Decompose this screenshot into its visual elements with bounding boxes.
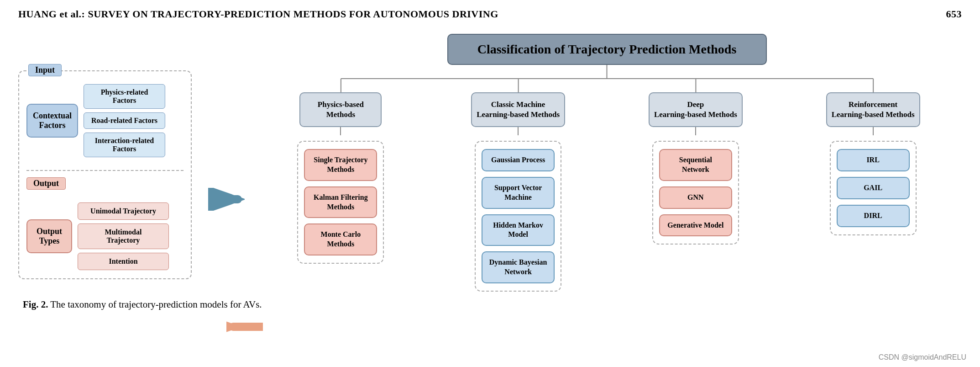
rl-column: ReinforcementLearning-based Methods IRL …: [784, 92, 962, 235]
physics-column: Physics-basedMethods Single TrajectoryMe…: [252, 92, 430, 264]
output-section: OutputTypes Unimodal Trajectory Multimod…: [26, 202, 183, 270]
classification-diagram: Classification of Trajectory Prediction …: [252, 34, 962, 292]
factors-list: Physics-relatedFactors Road-related Fact…: [84, 84, 165, 157]
factor-physics: Physics-relatedFactors: [84, 84, 165, 109]
header-left: HUANG et al.: SURVEY ON TRAJECTORY-PREDI…: [18, 8, 498, 20]
caption: Fig. 2. The taxonomy of trajectory-predi…: [18, 299, 962, 310]
output-label: Output: [26, 177, 66, 190]
factor-interaction: Interaction-relatedFactors: [84, 133, 165, 157]
classic-ml-column: Classic MachineLearning-based Methods Ga…: [430, 92, 607, 292]
monte-carlo-method: Monte CarloMethods: [304, 223, 377, 255]
classic-ml-methods: Gaussian Process Support VectorMachine H…: [475, 141, 561, 292]
caption-fig-label: Fig. 2.: [23, 299, 48, 310]
columns-row: Physics-basedMethods Single TrajectoryMe…: [252, 92, 962, 292]
deep-learning-column: DeepLearning-based Methods SequentialNet…: [607, 92, 785, 245]
rl-methods: IRL GAIL DIRL: [830, 141, 917, 235]
kalman-filtering-method: Kalman FilteringMethods: [304, 186, 377, 218]
factor-road: Road-related Factors: [84, 112, 165, 129]
generative-model-method: Generative Model: [659, 214, 732, 237]
rl-header: ReinforcementLearning-based Methods: [826, 92, 920, 127]
dbn-method: Dynamic BayesianNetwork: [482, 251, 555, 283]
contextual-factors-box: ContextualFactors: [26, 104, 78, 138]
classification-title: Classification of Trajectory Prediction …: [447, 34, 767, 65]
svm-method: Support VectorMachine: [482, 177, 555, 209]
hmm-method: Hidden MarkovModel: [482, 214, 555, 246]
sequential-network-method: SequentialNetwork: [659, 149, 732, 181]
deep-learning-header: DeepLearning-based Methods: [649, 92, 743, 127]
classic-ml-header: Classic MachineLearning-based Methods: [471, 92, 565, 127]
output-list: Unimodal Trajectory MultimodalTrajectory…: [78, 202, 169, 270]
tree-connector-svg: [252, 65, 962, 92]
left-panel: Input ContextualFactors Physics-relatedF…: [18, 70, 192, 279]
deep-learning-methods: SequentialNetwork GNN Generative Model: [652, 141, 739, 245]
watermark: CSDN @sigmoidAndRELU: [879, 353, 966, 362]
physics-header: Physics-basedMethods: [299, 92, 382, 127]
gail-method: GAIL: [837, 177, 910, 199]
gnn-method: GNN: [659, 186, 732, 209]
gaussian-process-method: Gaussian Process: [482, 149, 555, 171]
input-section: ContextualFactors Physics-relatedFactors…: [26, 84, 183, 157]
arrow-right-icon: [208, 188, 245, 211]
dirl-method: DIRL: [837, 205, 910, 227]
single-trajectory-method: Single TrajectoryMethods: [304, 149, 377, 181]
irl-method: IRL: [837, 149, 910, 171]
output-multimodal: MultimodalTrajectory: [78, 223, 169, 249]
input-label: Input: [28, 64, 62, 76]
arrow-left-icon: [226, 315, 263, 338]
caption-text: The taxonomy of trajectory-prediction mo…: [50, 299, 262, 310]
output-intention: Intention: [78, 253, 169, 270]
output-types-box: OutputTypes: [26, 219, 72, 253]
physics-methods: Single TrajectoryMethods Kalman Filterin…: [297, 141, 384, 264]
output-unimodal: Unimodal Trajectory: [78, 202, 169, 220]
header-right: 653: [946, 8, 962, 20]
